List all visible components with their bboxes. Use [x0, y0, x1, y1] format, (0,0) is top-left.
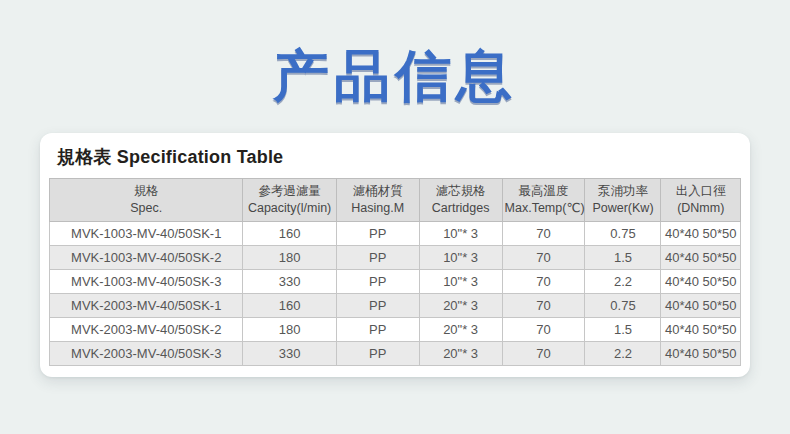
cell-cartridges: 10"* 3: [419, 269, 502, 293]
cell-max-temp: 70: [502, 293, 585, 317]
cell-capacity: 180: [243, 317, 336, 341]
cell-port-size: 40*40 50*50: [661, 221, 741, 245]
spec-card: 規格表 Specification Table 規格Spec.參考過濾量Capa…: [40, 133, 750, 377]
cell-housing-material: PP: [336, 317, 419, 341]
cell-port-size: 40*40 50*50: [661, 341, 741, 365]
cell-max-temp: 70: [502, 245, 585, 269]
cell-capacity: 330: [243, 341, 336, 365]
cell-port-size: 40*40 50*50: [661, 245, 741, 269]
cell-spec: MVK-1003-MV-40/50SK-2: [50, 245, 243, 269]
column-header-max-temp: 最高溫度Max.Temp(℃): [502, 179, 585, 222]
cell-housing-material: PP: [336, 341, 419, 365]
cell-capacity: 330: [243, 269, 336, 293]
cell-housing-material: PP: [336, 269, 419, 293]
spec-row: MVK-1003-MV-40/50SK-2180PP10"* 3701.540*…: [50, 245, 741, 269]
column-header-cartridges: 濾芯規格Cartridges: [419, 179, 502, 222]
cell-port-size: 40*40 50*50: [661, 293, 741, 317]
cell-max-temp: 70: [502, 341, 585, 365]
cell-spec: MVK-1003-MV-40/50SK-3: [50, 269, 243, 293]
cell-housing-material: PP: [336, 221, 419, 245]
spec-table-header: 規格Spec.參考過濾量Capacity(l/min)濾桶材質Hasing.M濾…: [50, 179, 741, 222]
column-header-port-size: 出入口徑(DNmm): [661, 179, 741, 222]
cell-power: 1.5: [585, 245, 661, 269]
cell-capacity: 160: [243, 221, 336, 245]
page: 产品信息 規格表 Specification Table 規格Spec.參考過濾…: [0, 0, 790, 377]
cell-housing-material: PP: [336, 245, 419, 269]
cell-power: 2.2: [585, 269, 661, 293]
cell-cartridges: 10"* 3: [419, 221, 502, 245]
column-header-spec: 規格Spec.: [50, 179, 243, 222]
cell-power: 2.2: [585, 341, 661, 365]
spec-row: MVK-1003-MV-40/50SK-1160PP10"* 3700.7540…: [50, 221, 741, 245]
spec-row: MVK-2003-MV-40/50SK-3330PP20"* 3702.240*…: [50, 341, 741, 365]
spec-row: MVK-2003-MV-40/50SK-2180PP20"* 3701.540*…: [50, 317, 741, 341]
spec-table-heading: 規格表 Specification Table: [57, 145, 741, 169]
cell-spec: MVK-1003-MV-40/50SK-1: [50, 221, 243, 245]
cell-housing-material: PP: [336, 293, 419, 317]
spec-row: MVK-1003-MV-40/50SK-3330PP10"* 3702.240*…: [50, 269, 741, 293]
spec-row: MVK-2003-MV-40/50SK-1160PP20"* 3700.7540…: [50, 293, 741, 317]
column-header-power: 泵浦功率Power(Kw): [585, 179, 661, 222]
cell-spec: MVK-2003-MV-40/50SK-2: [50, 317, 243, 341]
column-header-capacity: 參考過濾量Capacity(l/min): [243, 179, 336, 222]
cell-cartridges: 20"* 3: [419, 317, 502, 341]
spec-table-body: MVK-1003-MV-40/50SK-1160PP10"* 3700.7540…: [50, 221, 741, 365]
cell-port-size: 40*40 50*50: [661, 317, 741, 341]
cell-spec: MVK-2003-MV-40/50SK-1: [50, 293, 243, 317]
cell-port-size: 40*40 50*50: [661, 269, 741, 293]
page-title: 产品信息: [0, 0, 790, 104]
cell-cartridges: 20"* 3: [419, 341, 502, 365]
cell-spec: MVK-2003-MV-40/50SK-3: [50, 341, 243, 365]
cell-cartridges: 20"* 3: [419, 293, 502, 317]
cell-power: 1.5: [585, 317, 661, 341]
cell-capacity: 160: [243, 293, 336, 317]
cell-capacity: 180: [243, 245, 336, 269]
header-row: 規格Spec.參考過濾量Capacity(l/min)濾桶材質Hasing.M濾…: [50, 179, 741, 222]
spec-table-heading-en: Specification Table: [117, 147, 284, 167]
column-header-housing-material: 濾桶材質Hasing.M: [336, 179, 419, 222]
cell-max-temp: 70: [502, 269, 585, 293]
cell-max-temp: 70: [502, 221, 585, 245]
cell-max-temp: 70: [502, 317, 585, 341]
cell-cartridges: 10"* 3: [419, 245, 502, 269]
spec-table-heading-zh: 規格表: [57, 147, 112, 167]
cell-power: 0.75: [585, 293, 661, 317]
cell-power: 0.75: [585, 221, 661, 245]
specification-table: 規格Spec.參考過濾量Capacity(l/min)濾桶材質Hasing.M濾…: [49, 178, 741, 366]
